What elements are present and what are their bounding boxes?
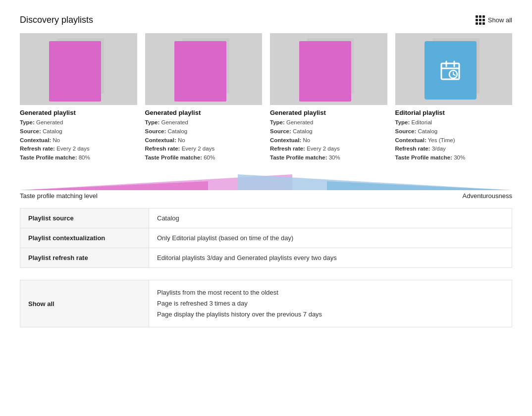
card-info-1: Generated playlist Type: Generated Sourc… bbox=[20, 109, 137, 162]
card-title-3: Generated playlist bbox=[270, 109, 387, 116]
playlist-card-3[interactable]: Generated playlist Type: Generated Sourc… bbox=[270, 33, 387, 162]
taste-right-label: Adventurousness bbox=[463, 192, 512, 200]
table-row-contextualization: Playlist contextualization Only Editoria… bbox=[20, 228, 512, 248]
show-all-label: Show all bbox=[488, 16, 512, 24]
show-all-row: Show all Playlists from the most recent … bbox=[20, 280, 512, 327]
card-refresh-3: Every 2 days bbox=[307, 146, 339, 152]
card-title-4: Editorial playlist bbox=[395, 109, 513, 116]
card-type-4: Editorial bbox=[412, 119, 432, 125]
card-type-2: Generated bbox=[161, 119, 188, 125]
card-type-1: Generated bbox=[36, 119, 63, 125]
cards-row: Generated playlist Type: Generated Sourc… bbox=[20, 33, 512, 162]
card-info-2: Generated playlist Type: Generated Sourc… bbox=[145, 109, 263, 162]
refresh-label: Refresh rate: bbox=[20, 146, 55, 152]
card-source-3: Catalog bbox=[293, 128, 313, 134]
card-source-2: Catalog bbox=[168, 128, 188, 134]
card-source-4: Catalog bbox=[418, 128, 438, 134]
taste-label: Taste Profile matche: bbox=[20, 155, 77, 160]
card-image-3 bbox=[270, 33, 387, 105]
show-all-line-3: Page display the playlists history over … bbox=[157, 309, 504, 320]
refresh-row-label: Playlist refresh rate bbox=[20, 248, 149, 268]
table-row-source: Playlist source Catalog bbox=[20, 208, 512, 228]
taste-labels: Taste profile matching level Adventurous… bbox=[20, 192, 512, 200]
show-all-table: Show all Playlists from the most recent … bbox=[20, 280, 512, 327]
show-all-link[interactable]: Show all bbox=[476, 15, 512, 25]
type-label: Type: bbox=[20, 119, 35, 125]
page-title: Discovery playlists bbox=[20, 15, 93, 25]
card-taste-4: 30% bbox=[454, 155, 465, 160]
card-refresh-4: 3/day bbox=[432, 146, 446, 152]
taste-left-label: Taste profile matching level bbox=[20, 192, 98, 200]
card-image-4 bbox=[395, 33, 513, 105]
card-source-1: Catalog bbox=[43, 128, 62, 134]
card-title-2: Generated playlist bbox=[145, 109, 263, 116]
source-row-label: Playlist source bbox=[20, 208, 149, 228]
show-all-line-2: Page is refreshed 3 times a day bbox=[157, 298, 504, 309]
svg-line-6 bbox=[453, 74, 455, 75]
playlist-card-1[interactable]: Generated playlist Type: Generated Sourc… bbox=[20, 33, 137, 162]
card-info-4: Editorial playlist Type: Editorial Sourc… bbox=[395, 109, 513, 162]
playlist-card-2[interactable]: Generated playlist Type: Generated Sourc… bbox=[145, 33, 263, 162]
card-image-2 bbox=[145, 33, 263, 105]
calendar-icon bbox=[438, 58, 462, 82]
taste-band-container: Taste profile matching level Adventurous… bbox=[20, 174, 512, 204]
card-refresh-2: Every 2 days bbox=[182, 146, 214, 152]
grid-icon bbox=[476, 15, 485, 25]
card-contextual-4: Yes (Time) bbox=[428, 137, 455, 143]
playlist-card-4[interactable]: Editorial playlist Type: Editorial Sourc… bbox=[395, 33, 513, 162]
refresh-row-value: Editorial playlists 3/day and Generated … bbox=[149, 248, 512, 268]
card-info-3: Generated playlist Type: Generated Sourc… bbox=[270, 109, 387, 162]
contextualization-row-label: Playlist contextualization bbox=[20, 228, 149, 248]
card-type-3: Generated bbox=[286, 119, 313, 125]
table-row-refresh: Playlist refresh rate Editorial playlist… bbox=[20, 248, 512, 268]
taste-band bbox=[20, 174, 512, 190]
contextualization-row-value: Only Editorial playlist (based on time o… bbox=[149, 228, 512, 248]
card-title-1: Generated playlist bbox=[20, 109, 137, 116]
show-all-line-1: Playlists from the most recent to the ol… bbox=[157, 287, 504, 298]
card-image-1 bbox=[20, 33, 137, 105]
page-header: Discovery playlists Show all bbox=[20, 15, 512, 25]
source-label: Source: bbox=[20, 128, 41, 134]
card-contextual-1: No bbox=[53, 137, 60, 143]
info-table: Playlist source Catalog Playlist context… bbox=[20, 208, 512, 268]
show-all-content: Playlists from the most recent to the ol… bbox=[149, 280, 512, 327]
card-taste-2: 60% bbox=[204, 155, 215, 160]
card-taste-3: 30% bbox=[329, 155, 340, 160]
source-row-value: Catalog bbox=[149, 208, 512, 228]
card-contextual-2: No bbox=[178, 137, 185, 143]
card-refresh-1: Every 2 days bbox=[56, 146, 89, 152]
contextual-label: Contextual: bbox=[20, 137, 51, 143]
show-all-label: Show all bbox=[20, 280, 149, 327]
card-taste-1: 80% bbox=[79, 155, 90, 160]
card-contextual-3: No bbox=[303, 137, 310, 143]
